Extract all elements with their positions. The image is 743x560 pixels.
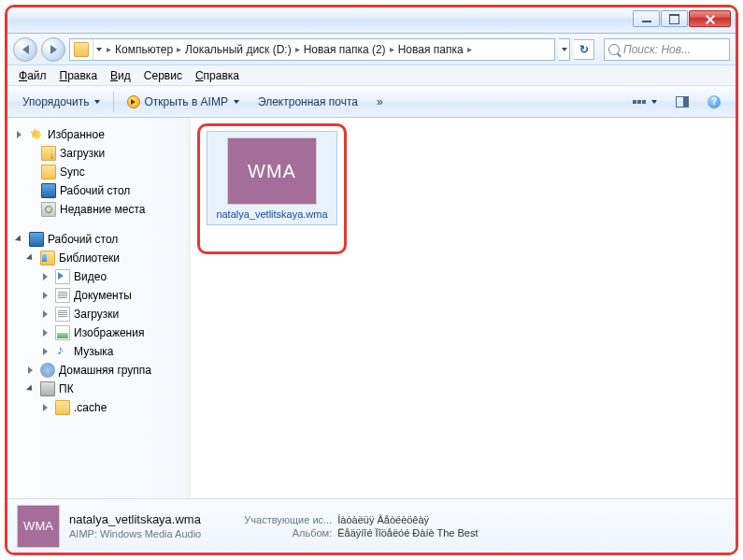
tree-homegroup[interactable]: Домашняя группа [7,361,189,380]
expand-icon[interactable] [41,273,50,281]
address-dropdown[interactable] [559,38,570,61]
help-button[interactable]: ? [700,92,728,112]
explorer-window: ▸ Компьютер ▸ Локальный диск (D:) ▸ Нова… [7,7,736,553]
view-options-button[interactable] [625,96,664,108]
recent-icon [41,202,56,217]
tree-pc[interactable]: ПК [7,380,189,398]
chevron-right-icon: ▸ [174,44,184,54]
artists-value[interactable]: Íàòàëüÿ Âåòëèöêàÿ [337,514,429,525]
close-button[interactable] [689,10,731,27]
dropdown-icon [94,100,100,104]
separator [113,92,114,112]
tree-libraries[interactable]: Библиотеки [7,249,189,267]
desktop-icon [29,232,44,247]
menu-tools[interactable]: Сервис [138,67,188,84]
details-pane: WMA natalya_vetlitskaya.wma AIMP: Window… [7,498,736,553]
minimize-button[interactable] [633,10,660,27]
breadcrumb-segment[interactable]: Новая папка [397,43,464,56]
expand-icon[interactable] [15,131,23,139]
file-name-label: natalya_vetlitskaya.wma [211,208,333,221]
expand-icon[interactable] [41,348,50,356]
collapse-icon[interactable] [26,385,35,394]
forward-arrow-icon [50,45,57,54]
breadcrumb-segment[interactable]: Локальный диск (D:) [184,43,293,56]
tree-cache[interactable]: .cache [7,398,189,417]
open-aimp-button[interactable]: Открыть в AIMP [120,92,247,112]
search-input[interactable]: Поиск: Нов... [604,38,730,61]
titlebar [7,7,736,34]
menu-view[interactable]: Вид [105,67,136,84]
collapse-icon[interactable] [15,236,23,244]
details-filetype: AIMP: Windows Media Audio [69,528,201,539]
window-frame: ▸ Компьютер ▸ Локальный диск (D:) ▸ Нова… [5,5,738,555]
pictures-icon [55,325,70,340]
menu-file[interactable]: Файл [13,67,52,84]
tree-downloads[interactable]: Загрузки [7,144,189,163]
expand-icon[interactable] [41,404,50,412]
tree-favorites[interactable]: Избранное [7,125,189,144]
tree-sync[interactable]: Sync [7,163,189,181]
details-thumbnail: WMA [17,505,60,548]
breadcrumb-segment[interactable]: Новая папка (2) [303,43,387,56]
artists-label: Участвующие ис... [229,514,332,525]
address-bar[interactable]: ▸ Компьютер ▸ Локальный диск (D:) ▸ Нова… [69,38,555,61]
menu-edit[interactable]: Правка [54,67,104,84]
preview-pane-button[interactable] [668,93,696,111]
search-icon [608,44,620,55]
more-button[interactable]: » [369,92,391,112]
email-button[interactable]: Электронная почта [250,92,365,112]
tree-recent[interactable]: Недавние места [7,200,189,219]
tree-video[interactable]: Видео [7,267,189,286]
expand-icon[interactable] [26,366,35,375]
details-info: natalya_vetlitskaya.wma AIMP: Windows Me… [69,512,201,539]
expand-icon[interactable] [41,310,50,319]
libraries-icon [40,251,55,266]
expand-icon[interactable] [41,329,50,337]
maximize-button[interactable] [661,10,688,27]
search-placeholder: Поиск: Нов... [623,43,691,56]
dropdown-icon [651,100,657,104]
nav-bar: ▸ Компьютер ▸ Локальный диск (D:) ▸ Нова… [7,34,736,65]
music-icon [55,344,70,359]
tree-documents[interactable]: Документы [7,286,189,305]
document-icon [55,288,70,303]
address-history-dropdown[interactable] [93,39,104,60]
details-metadata: Участвующие ис... Íàòàëüÿ Âåòëèöêàÿ Альб… [229,514,478,538]
tree-pictures[interactable]: Изображения [7,323,189,342]
collapse-icon[interactable] [26,254,35,263]
wma-thumbnail: WMA [227,137,317,205]
refresh-button[interactable]: ↻ [574,39,594,60]
chevron-right-icon: ▸ [387,44,397,54]
expand-icon[interactable] [41,292,50,300]
file-item[interactable]: WMA natalya_vetlitskaya.wma [207,131,337,225]
dropdown-icon [234,100,239,104]
chevron-right-icon: ▸ [293,44,303,54]
organize-button[interactable]: Упорядочить [15,92,107,112]
back-button[interactable] [13,37,37,62]
menu-help[interactable]: Справка [190,67,245,84]
album-label: Альбом: [229,527,332,538]
desktop-icon [41,183,56,198]
tree-downloads-lib[interactable]: Загрузки [7,305,189,323]
homegroup-icon [40,363,55,378]
refresh-icon: ↻ [579,43,589,56]
pc-icon [40,381,55,396]
folder-icon [41,165,56,179]
command-bar: Упорядочить Открыть в AIMP Электронная п… [7,86,736,118]
breadcrumb-segment[interactable]: Компьютер [114,43,174,56]
body-area: Избранное Загрузки Sync Рабочий стол Нед… [7,118,736,498]
back-arrow-icon [22,45,29,54]
folder-icon [55,400,70,415]
chevron-right-icon: ▸ [464,44,475,54]
folder-icon [74,42,89,57]
help-icon: ? [707,95,721,108]
tree-desktop[interactable]: Рабочий стол [7,181,189,200]
menu-bar: Файл Правка Вид Сервис Справка [7,65,736,86]
album-value[interactable]: Ëåäÿíîé Ïîöåëóé Ðàíè The Best [337,527,478,538]
tree-music[interactable]: Музыка [7,342,189,361]
tree-desktop-root[interactable]: Рабочий стол [7,230,189,249]
downloads-icon [41,146,56,161]
forward-button[interactable] [41,37,65,62]
file-list-area[interactable]: WMA natalya_vetlitskaya.wma [190,118,736,498]
details-filename: natalya_vetlitskaya.wma [69,512,201,526]
